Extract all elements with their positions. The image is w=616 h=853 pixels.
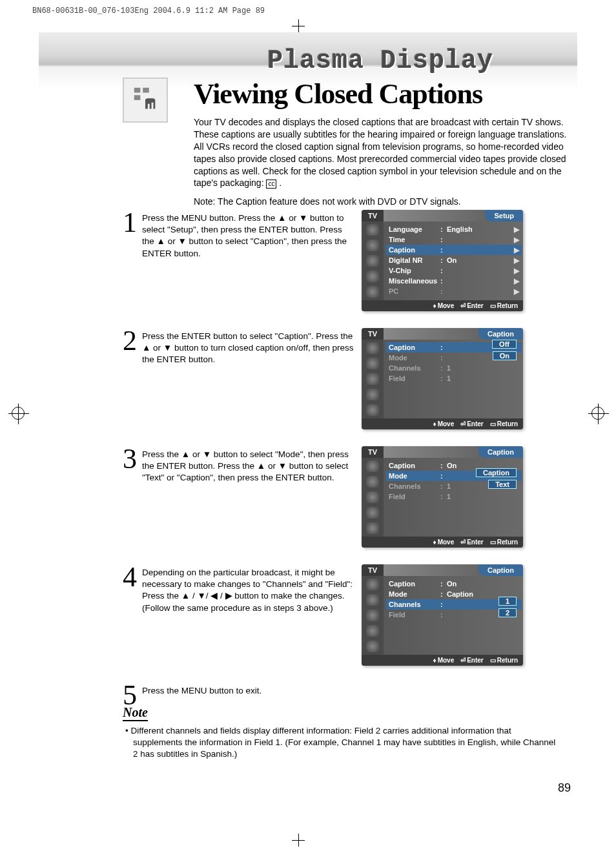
intro-text: Your TV decodes and displays the closed … [194,116,568,208]
osd-sidebar-icons [362,221,384,300]
osd-row: Language: English▶ [389,224,519,234]
step-text: Depending on the particular broadcast, i… [142,564,362,677]
touch-icon [123,77,168,123]
osd-row: Caption: ▶ [386,245,522,255]
step-5: 5 Press the MENU button to exit. [123,683,575,708]
osd-row: Miscellaneous: ▶ [389,276,519,286]
step-2: 2 Press the ENTER button to select "Capt… [123,328,575,441]
step-number: 5 [123,683,142,708]
intro-note: Note: The Caption feature does not work … [194,196,568,208]
osd-option: Text [488,480,517,489]
osd-title: Caption [478,564,523,576]
osd-tv-label: TV [362,564,384,576]
crop-mark-bottom [298,834,299,847]
osd-option: Caption [476,468,517,477]
osd-caption-mode-menu: TVCaption Caption: OnMode: Channels: 1Fi… [362,446,523,548]
osd-sidebar-icons [362,458,384,537]
step-1: 1 Press the MENU button. Press the ▲ or … [123,210,575,323]
osd-sidebar-icons [362,340,384,418]
intro-body: Your TV decodes and displays the closed … [194,117,566,188]
osd-option: 2 [498,608,517,617]
osd-footer: ♦Move⏎Enter▭Return [362,300,523,311]
osd-option: On [493,351,517,360]
osd-caption-channels-menu: TVCaption Caption: OnMode: CaptionChanne… [362,564,523,666]
step-text: Press the MENU button to exit. [142,683,362,708]
print-header: BN68-00631B-00_076-103Eng 2004.6.9 11:2 … [32,6,265,15]
osd-title: Caption [478,446,523,458]
step-number: 3 [123,446,142,559]
step-text: Press the ENTER button to select "Captio… [142,328,362,441]
registration-mark-right [591,407,604,420]
svg-rect-1 [143,88,149,93]
osd-row: PC: ▶ [389,286,519,296]
note-title: Note [123,705,148,721]
svg-rect-0 [134,88,141,93]
note-block: Note • Different channels and fields dis… [123,705,562,761]
osd-row: Time: ▶ [389,234,519,245]
osd-title: Setup [485,210,523,221]
note-body: • Different channels and fields display … [123,725,562,761]
osd-tv-label: TV [362,210,384,221]
osd-tv-label: TV [362,328,384,340]
step-text: Press the ▲ or ▼ button to select "Mode"… [142,446,362,559]
osd-setup-menu: TVSetup Language: English▶Time: ▶Caption… [362,210,523,311]
osd-row: Channels: 1 [389,363,519,373]
osd-row: V-Chip: ▶ [389,265,519,276]
osd-row: Field: 1 [389,373,519,384]
osd-footer: ♦Move⏎Enter▭Return [362,418,523,429]
page-number: 89 [558,781,571,795]
svg-rect-2 [134,95,141,100]
osd-row: Field: 1 [389,491,519,502]
osd-caption-menu: TVCaption Caption: Mode: Channels: 1Fiel… [362,328,523,429]
step-number: 1 [123,210,142,323]
step-4: 4 Depending on the particular broadcast,… [123,564,575,677]
step-number: 2 [123,328,142,441]
registration-mark-left [12,407,25,420]
step-text: Press the MENU button. Press the ▲ or ▼ … [142,210,362,323]
page-title: Viewing Closed Captions [194,77,482,110]
osd-option: 1 [498,597,517,606]
osd-footer: ♦Move⏎Enter▭Return [362,655,523,666]
osd-footer: ♦Move⏎Enter▭Return [362,537,523,548]
osd-title: Caption [478,328,523,340]
osd-sidebar-icons [362,576,384,655]
banner-title: Plasma Display [267,46,493,76]
osd-tv-label: TV [362,446,384,458]
step-number: 4 [123,564,142,677]
osd-row: Caption: On [389,579,519,589]
cc-symbol: cc [266,180,276,189]
crop-mark-top [298,19,299,32]
osd-row: Digital NR: On▶ [389,255,519,265]
step-3: 3 Press the ▲ or ▼ button to select "Mod… [123,446,575,559]
osd-option: Off [492,340,517,349]
